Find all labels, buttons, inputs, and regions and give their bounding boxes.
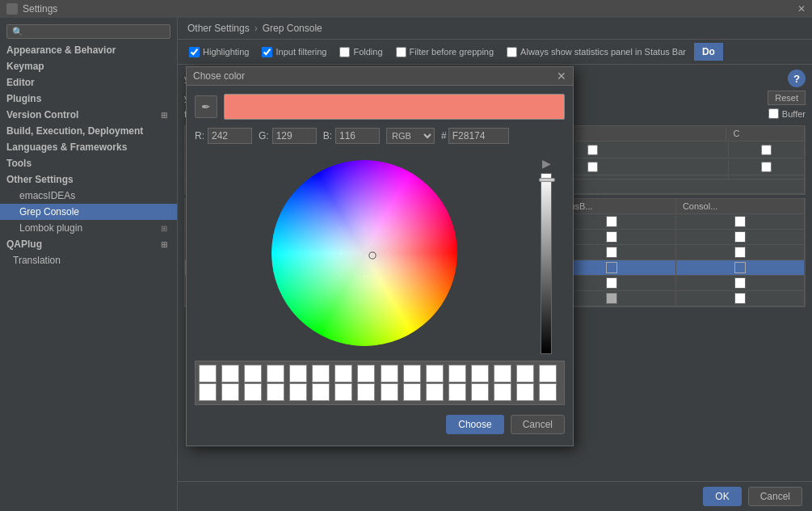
consol-swatch-4[interactable] bbox=[734, 262, 746, 273]
consol-cell[interactable] bbox=[676, 291, 805, 306]
consol-swatch-5[interactable] bbox=[734, 277, 746, 289]
sidebar-search-input[interactable] bbox=[6, 24, 170, 39]
sidebar-item-tools[interactable]: Tools bbox=[0, 155, 177, 171]
help-button[interactable]: ? bbox=[788, 70, 806, 87]
swatch-cell[interactable] bbox=[357, 383, 375, 401]
swatch-cell[interactable] bbox=[289, 365, 307, 382]
swatch-cell[interactable] bbox=[426, 383, 444, 401]
consol-cell[interactable] bbox=[676, 230, 805, 244]
swatch-cell[interactable] bbox=[494, 365, 511, 382]
swatch-cell[interactable] bbox=[494, 383, 511, 401]
swatch-cell[interactable] bbox=[448, 383, 466, 401]
sidebar-item-other-settings[interactable]: Other Settings bbox=[0, 171, 177, 188]
consol-cell[interactable] bbox=[676, 245, 805, 260]
tab-highlighting[interactable]: Highlighting bbox=[184, 45, 254, 59]
swatch-cell[interactable] bbox=[244, 365, 262, 382]
statusb-swatch-5[interactable] bbox=[606, 277, 617, 289]
breadcrumb-part-1: Other Settings bbox=[187, 23, 250, 34]
consol-swatch-2[interactable] bbox=[734, 231, 746, 243]
swatch-cell[interactable] bbox=[381, 383, 398, 401]
sidebar-item-translation[interactable]: Translation bbox=[0, 252, 177, 268]
swatch-cell[interactable] bbox=[289, 383, 307, 401]
consol-cell[interactable] bbox=[676, 214, 805, 229]
r-input[interactable] bbox=[208, 128, 252, 144]
sidebar-item-lombok[interactable]: Lombok plugin ⊞ bbox=[0, 220, 177, 236]
window-close-icon[interactable]: ✕ bbox=[797, 3, 806, 15]
c-check-1[interactable] bbox=[761, 145, 772, 155]
choose-button[interactable]: Choose bbox=[446, 415, 503, 434]
do-button[interactable]: Do bbox=[694, 43, 723, 61]
sidebar-item-keymap[interactable]: Keymap bbox=[0, 58, 177, 74]
sidebar-item-grep-console[interactable]: Grep Console bbox=[0, 204, 177, 220]
swatch-cell[interactable] bbox=[267, 365, 284, 382]
statusb-swatch-6[interactable] bbox=[606, 293, 617, 304]
swatch-cell[interactable] bbox=[312, 365, 330, 382]
tab-always-show-stats[interactable]: Always show statistics panel in Status B… bbox=[502, 45, 691, 59]
swatch-cell[interactable] bbox=[244, 383, 262, 401]
sidebar-item-build-execution[interactable]: Build, Execution, Deployment bbox=[0, 123, 177, 139]
swatch-cell[interactable] bbox=[357, 365, 375, 382]
sidebar-item-languages[interactable]: Languages & Frameworks bbox=[0, 139, 177, 155]
tab-filter-before-grepping[interactable]: Filter before grepping bbox=[391, 45, 499, 59]
swatch-cell[interactable] bbox=[516, 365, 534, 382]
consol-cell[interactable] bbox=[676, 276, 805, 290]
slider-arrow-icon[interactable]: ▶ bbox=[542, 157, 551, 170]
sidebar-item-qaplug[interactable]: QAPlug ⊞ bbox=[0, 236, 177, 252]
g-input[interactable] bbox=[272, 128, 317, 144]
b-input[interactable] bbox=[335, 128, 380, 144]
sidebar-item-version-control[interactable]: Version Control ⊞ bbox=[0, 107, 177, 123]
sidebar-item-editor[interactable]: Editor bbox=[0, 74, 177, 91]
continue-check-2[interactable] bbox=[587, 162, 598, 172]
dialog-close-icon[interactable]: ✕ bbox=[557, 70, 566, 82]
swatch-cell[interactable] bbox=[539, 365, 557, 382]
highlighting-checkbox[interactable] bbox=[189, 47, 200, 57]
statusb-swatch-1[interactable] bbox=[606, 216, 617, 227]
cancel-button-dialog[interactable]: Cancel bbox=[511, 415, 565, 434]
consol-swatch-1[interactable] bbox=[734, 216, 746, 227]
continue-check-1[interactable] bbox=[587, 145, 598, 155]
sidebar-item-appearance-behavior[interactable]: Appearance & Behavior bbox=[0, 42, 177, 58]
brightness-slider[interactable] bbox=[541, 173, 552, 354]
swatch-cell[interactable] bbox=[334, 383, 352, 401]
swatch-cell[interactable] bbox=[403, 365, 421, 382]
consol-cell[interactable] bbox=[676, 260, 805, 275]
color-wheel-canvas[interactable] bbox=[271, 160, 457, 346]
swatch-cell[interactable] bbox=[403, 383, 421, 401]
filter-before-grepping-checkbox[interactable] bbox=[396, 47, 406, 57]
swatch-cell[interactable] bbox=[199, 365, 217, 382]
rgb-mode-select[interactable]: RGB HSB HSL bbox=[386, 128, 435, 144]
swatch-cell[interactable] bbox=[448, 365, 466, 382]
swatch-cell[interactable] bbox=[267, 383, 284, 401]
swatch-cell[interactable] bbox=[426, 365, 444, 382]
input-filtering-checkbox[interactable] bbox=[262, 47, 272, 57]
ok-button[interactable]: OK bbox=[703, 487, 741, 506]
statusb-swatch-3[interactable] bbox=[606, 247, 617, 258]
swatch-cell[interactable] bbox=[221, 365, 239, 382]
consol-swatch-3[interactable] bbox=[734, 247, 746, 258]
consol-swatch-6[interactable] bbox=[734, 293, 746, 304]
swatch-cell[interactable] bbox=[199, 383, 217, 401]
swatch-cell[interactable] bbox=[334, 365, 352, 382]
folding-checkbox[interactable] bbox=[339, 47, 350, 57]
tab-folding[interactable]: Folding bbox=[334, 45, 387, 59]
swatch-cell[interactable] bbox=[381, 365, 398, 382]
swatch-cell[interactable] bbox=[471, 383, 489, 401]
hex-input[interactable] bbox=[448, 128, 509, 144]
sidebar-item-plugins[interactable]: Plugins bbox=[0, 91, 177, 107]
buffer-checkbox[interactable] bbox=[768, 108, 779, 119]
c-check-2[interactable] bbox=[761, 162, 772, 172]
always-show-stats-checkbox[interactable] bbox=[507, 47, 517, 57]
reset-button[interactable]: Reset bbox=[768, 91, 806, 105]
eyedropper-button[interactable]: ✒ bbox=[195, 95, 217, 118]
cancel-button-main[interactable]: Cancel bbox=[748, 487, 802, 506]
swatch-cell[interactable] bbox=[539, 383, 557, 401]
sidebar-item-emacs-ideas[interactable]: emacsIDEAs bbox=[0, 188, 177, 204]
tab-input-filtering[interactable]: Input filtering bbox=[257, 45, 331, 59]
swatch-cell[interactable] bbox=[221, 383, 239, 401]
swatch-cell[interactable] bbox=[516, 383, 534, 401]
swatch-cell[interactable] bbox=[471, 365, 489, 382]
swatch-cell[interactable] bbox=[312, 383, 330, 401]
brightness-slider-handle[interactable] bbox=[539, 178, 555, 182]
statusb-swatch-4[interactable] bbox=[606, 262, 617, 273]
statusb-swatch-2[interactable] bbox=[606, 231, 617, 243]
